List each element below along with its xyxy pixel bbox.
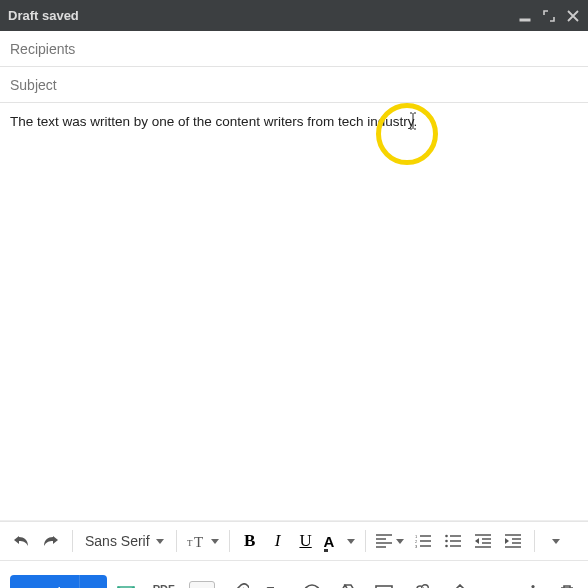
font-family-label: Sans Serif (85, 533, 150, 549)
svg-point-6 (445, 535, 448, 538)
chevron-down-icon (552, 539, 560, 544)
svg-rect-0 (520, 19, 530, 21)
recipients-field[interactable]: Recipients (0, 31, 588, 67)
bulleted-list-button[interactable] (440, 527, 466, 555)
discard-draft-icon[interactable] (556, 582, 578, 589)
insert-emoji-icon[interactable] (301, 582, 323, 589)
separator (72, 530, 73, 552)
compose-right-actions (522, 582, 578, 589)
minimize-icon[interactable] (518, 9, 532, 23)
align-left-icon (376, 534, 392, 548)
font-size-select[interactable]: T T (185, 533, 221, 549)
redo-button[interactable] (38, 527, 64, 555)
more-formatting-button[interactable] (543, 527, 569, 555)
align-button[interactable] (374, 534, 406, 548)
compose-titlebar: Draft saved (0, 0, 588, 31)
mail-check-icon[interactable] (117, 582, 139, 589)
separator (365, 530, 366, 552)
send-split-button: Send (10, 575, 107, 589)
underline-button[interactable]: U (294, 531, 318, 551)
pdf-label: PDF (153, 584, 175, 588)
font-size-icon: T T (187, 533, 207, 549)
numbered-list-button[interactable]: 123 (410, 527, 436, 555)
insert-icons-group: PDF A (117, 581, 512, 589)
compose-action-bar: Send PDF A (0, 561, 588, 588)
pdf-icon[interactable]: PDF (153, 582, 175, 589)
insert-link-icon[interactable] (265, 582, 287, 589)
separator (534, 530, 535, 552)
attach-file-icon[interactable] (229, 582, 251, 589)
chevron-down-icon (347, 539, 355, 544)
text-color-button[interactable]: A (322, 532, 357, 550)
insert-photo-icon[interactable] (373, 582, 395, 589)
formatting-toolbar: Sans Serif T T B I U A 123 (0, 521, 588, 561)
chevron-down-icon (211, 539, 219, 544)
bold-button[interactable]: B (238, 531, 262, 551)
text-format-button[interactable]: A (189, 581, 215, 589)
svg-text:3: 3 (415, 544, 418, 548)
insert-drive-icon[interactable] (337, 582, 359, 589)
more-options-icon[interactable] (522, 582, 544, 589)
text-format-glyph: A (197, 585, 206, 589)
subject-field[interactable]: Subject (0, 67, 588, 103)
svg-text:T: T (194, 534, 203, 549)
chevron-down-icon (396, 539, 404, 544)
separator (176, 530, 177, 552)
titlebar-title: Draft saved (8, 8, 79, 23)
fullscreen-icon[interactable] (542, 9, 556, 23)
text-color-glyph: A (324, 533, 335, 550)
font-family-select[interactable]: Sans Serif (81, 533, 168, 549)
window-controls (518, 9, 580, 23)
message-body[interactable]: The text was written by one of the conte… (0, 103, 588, 521)
svg-point-16 (531, 584, 534, 587)
undo-button[interactable] (8, 527, 34, 555)
svg-point-15 (421, 584, 428, 588)
body-text: The text was written by one of the conte… (10, 113, 578, 132)
indent-less-button[interactable] (470, 527, 496, 555)
italic-button[interactable]: I (266, 531, 290, 551)
chevron-down-icon (156, 539, 164, 544)
separator (229, 530, 230, 552)
close-icon[interactable] (566, 9, 580, 23)
send-options-button[interactable] (79, 575, 107, 589)
indent-more-button[interactable] (500, 527, 526, 555)
text-cursor-icon (408, 112, 409, 128)
send-button[interactable]: Send (10, 575, 79, 589)
confidential-mode-icon[interactable] (409, 582, 431, 589)
insert-signature-icon[interactable] (445, 582, 467, 589)
svg-point-7 (445, 540, 448, 543)
svg-point-9 (304, 585, 320, 589)
svg-text:T: T (187, 538, 193, 548)
subject-placeholder: Subject (10, 77, 57, 93)
svg-point-8 (445, 545, 448, 548)
recipients-placeholder: Recipients (10, 41, 75, 57)
